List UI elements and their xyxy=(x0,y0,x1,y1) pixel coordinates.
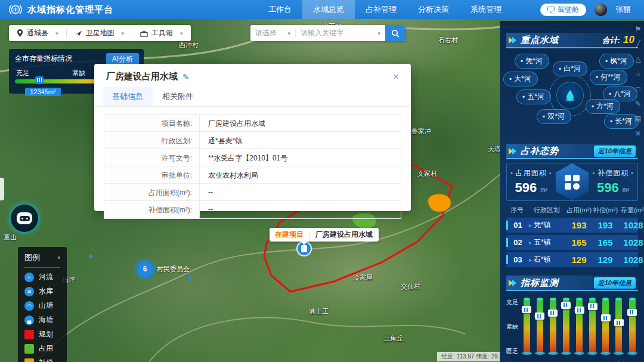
project-marker-label[interactable]: 在建项目 厂房建设占用水域 xyxy=(270,228,379,242)
map-dot-marker[interactable] xyxy=(89,255,92,258)
bar-slider-marker[interactable] xyxy=(614,319,624,326)
compensated-value: 596 xyxy=(597,180,619,196)
tab-system-management[interactable]: 系统管理 xyxy=(460,0,512,19)
river-pill[interactable]: 大*河 xyxy=(503,72,538,86)
tab-basic-info[interactable]: 基础信息 xyxy=(103,87,153,106)
map-tool-icon[interactable]: ▤ xyxy=(634,115,641,123)
ai-assistant-button[interactable] xyxy=(10,203,39,233)
legend-item[interactable]: ▄ 海塘 xyxy=(24,315,60,325)
table-row[interactable]: 01 凭*镇 193 193 1028 xyxy=(506,218,638,233)
tab-analysis-decision[interactable]: 分析决策 xyxy=(407,0,460,19)
river-pill[interactable]: 五*河 xyxy=(516,89,551,104)
river-pill[interactable]: 方*河 xyxy=(586,99,620,114)
basemap-selector[interactable]: 卫星地图 ▾ xyxy=(67,29,133,38)
village-label: 童山 xyxy=(4,233,17,242)
map-tool-icon[interactable]: △ xyxy=(635,55,640,63)
form-row: 占用面积(m²): -- xyxy=(104,184,401,201)
key-waters-title: 重点水域 xyxy=(521,35,559,46)
robot-icon xyxy=(17,212,32,224)
panel-collapse-handle[interactable] xyxy=(0,178,4,200)
compensation-polygon[interactable] xyxy=(428,194,451,212)
map-tool-icon[interactable]: ✕ xyxy=(635,129,641,138)
search-keyword-input[interactable]: 请输入关键字 ▾ xyxy=(296,28,385,38)
modal-title: 厂房建设占用水域 xyxy=(106,71,178,82)
user-avatar[interactable] xyxy=(595,4,607,16)
monitor-badge[interactable]: 近10年信息 xyxy=(594,277,636,289)
row-compensated: 129 xyxy=(592,255,618,265)
legend-item[interactable]: ≈ 河流 xyxy=(24,272,60,282)
monitor-title: 指标监测 xyxy=(521,277,559,289)
village-label: 冷家屋 xyxy=(353,273,373,282)
bar-slider-marker[interactable] xyxy=(522,306,531,313)
field-value: 通*县麦*镇 xyxy=(200,132,401,148)
section-arrow-icon xyxy=(509,37,517,44)
legend-header[interactable]: 图例 ▾ xyxy=(24,252,60,263)
balance-title: 占补态势 xyxy=(521,146,559,157)
edit-pencil-icon[interactable]: ✎ xyxy=(182,72,190,82)
search-type-select[interactable]: 请选择 ▾ xyxy=(250,29,296,38)
row-seq: 03 xyxy=(506,255,528,264)
row-stock: 1028 xyxy=(618,220,644,230)
close-icon[interactable]: × xyxy=(393,72,399,82)
bar-slider-marker[interactable] xyxy=(627,309,637,316)
bar-slider-marker[interactable] xyxy=(601,314,611,321)
map-search-bar: 请选择 ▾ 请输入关键字 ▾ xyxy=(250,25,405,41)
balance-table: 序号 行政区划 占用(m²) 补偿(m²) 存量(m²) 01 凭*镇 193 … xyxy=(506,206,638,267)
legend-item[interactable]: 补偿 xyxy=(24,358,60,362)
legend-item[interactable]: ◠ 山塘 xyxy=(24,301,60,311)
river-pill[interactable]: 双*河 xyxy=(537,109,571,124)
username[interactable]: 张丽 xyxy=(615,4,631,15)
occupied-label: 占用面积 xyxy=(507,168,556,178)
gauge-slider-marker[interactable] xyxy=(35,76,44,84)
map-tool-icon[interactable]: ⚑ xyxy=(635,25,642,33)
river-pill[interactable]: 枫*河 xyxy=(599,54,634,69)
indicator-bar-column: 北* xyxy=(560,296,572,362)
balance-badge[interactable]: 近10年信息 xyxy=(594,146,636,157)
tab-attachments[interactable]: 相关附件 xyxy=(153,87,203,106)
table-row[interactable]: 02 五*镇 165 165 1028 xyxy=(506,235,638,250)
legend-item-label: 水库 xyxy=(39,286,53,296)
bar-slider-marker[interactable] xyxy=(535,313,544,320)
top-navbar: 水域指标化管理平台 工作台 水域总览 占补管理 分析决策 系统管理 驾驶舱 张丽 xyxy=(0,0,644,19)
tab-workbench[interactable]: 工作台 xyxy=(258,0,302,19)
legend-item[interactable]: 占用 xyxy=(24,344,60,354)
indicator-bar-column: 石* xyxy=(547,296,559,362)
legend-item[interactable]: ≋ 水库 xyxy=(24,286,60,296)
table-row[interactable]: 03 石*镇 129 129 1028 xyxy=(506,252,638,267)
legend-item[interactable]: 规划 xyxy=(24,329,60,339)
river-pill[interactable]: 凭*河 xyxy=(515,54,549,69)
indicator-bar-column: 麦* xyxy=(600,296,612,362)
bar-slider-marker[interactable] xyxy=(548,310,558,317)
bar-slider-marker[interactable] xyxy=(575,307,584,314)
river-pill[interactable]: 何**河 xyxy=(590,70,627,85)
river-pill[interactable]: 白*河 xyxy=(553,61,587,76)
occupied-value: 596 xyxy=(515,180,537,196)
toolbox-selector[interactable]: 工具箱 ▾ xyxy=(132,29,191,38)
map-dot-marker[interactable] xyxy=(188,276,191,279)
map-tool-icon[interactable]: ○ xyxy=(636,70,640,78)
bar-slider-marker[interactable] xyxy=(561,302,571,309)
row-seq: 02 xyxy=(506,238,528,247)
tab-water-overview[interactable]: 水域总览 xyxy=(302,0,355,19)
region-selector[interactable]: 通城县 ▾ xyxy=(9,29,67,38)
chevron-down-icon: ▾ xyxy=(122,30,125,36)
legend-item-label: 山塘 xyxy=(39,301,53,311)
field-value: -- xyxy=(200,201,401,218)
tab-balance-management[interactable]: 占补管理 xyxy=(355,0,407,19)
legend-swatch-icon: ≋ xyxy=(24,287,34,296)
map-tool-icon[interactable]: ╱ xyxy=(636,40,640,48)
legend-swatch-icon: ≈ xyxy=(24,273,34,282)
map-tool-icon[interactable]: ✎ xyxy=(635,100,641,108)
map-tool-icon[interactable]: □ xyxy=(636,85,640,93)
monitor-icon xyxy=(547,7,555,13)
dashboard-panel: 重点水域 合计: 10 凭*河白*河枫*河大*河何**河五*河八*河方*河双*河… xyxy=(500,21,644,362)
search-button[interactable] xyxy=(385,25,405,41)
cockpit-button[interactable]: 驾驶舱 xyxy=(540,4,586,16)
col-district: 行政区划 xyxy=(528,206,566,215)
col-occupied: 占用(m²) xyxy=(566,206,592,215)
bar-slider-marker[interactable] xyxy=(588,303,597,310)
chevron-down-icon: ▾ xyxy=(57,255,60,261)
legend-panel: 图例 ▾ ≈ 河流 ≋ 水库 ◠ 山塘 xyxy=(18,247,67,362)
indicator-bars: 凭* 五* 石* xyxy=(521,296,638,362)
cluster-marker[interactable]: 6 xyxy=(134,258,156,280)
